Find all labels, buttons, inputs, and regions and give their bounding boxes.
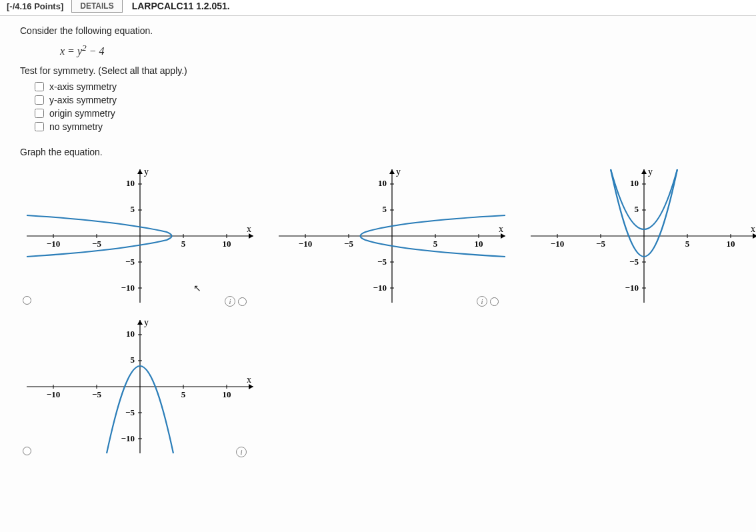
option-label: y-axis symmetry xyxy=(49,95,117,105)
svg-text:−10: −10 xyxy=(373,283,387,293)
graph-option-c: −10 −5 5 10 10 5 −5 −10 y x xyxy=(524,163,756,309)
svg-text:−10: −10 xyxy=(121,283,135,293)
option-origin[interactable]: origin symmetry xyxy=(35,108,756,119)
svg-text:−5: −5 xyxy=(377,257,387,267)
svg-text:10: 10 xyxy=(630,178,639,188)
svg-text:5: 5 xyxy=(685,239,690,249)
equation: x = y2 − 4 xyxy=(60,43,756,57)
svg-marker-69 xyxy=(137,320,143,325)
svg-text:5: 5 xyxy=(433,239,438,249)
instruction-text: Test for symmetry. (Select all that appl… xyxy=(20,65,756,76)
svg-text:5: 5 xyxy=(635,204,639,214)
option-label: no symmetry xyxy=(49,121,103,132)
svg-text:−10: −10 xyxy=(47,389,60,399)
svg-text:−5: −5 xyxy=(125,257,135,267)
checkbox-x-axis[interactable] xyxy=(35,82,44,91)
svg-marker-47 xyxy=(641,169,647,174)
svg-text:x: x xyxy=(247,224,251,234)
svg-text:−5: −5 xyxy=(92,389,101,399)
svg-text:10: 10 xyxy=(378,178,387,188)
svg-text:−10: −10 xyxy=(551,239,564,249)
question-header: [-/4.16 Points] DETAILS LARPCALC11 1.2.0… xyxy=(0,0,756,16)
svg-text:y: y xyxy=(396,167,401,177)
graph-option-a: −10 −5 5 10 10 5 −5 −10 y x i xyxy=(20,163,260,309)
svg-marker-25 xyxy=(389,169,395,174)
graph-prompt: Graph the equation. xyxy=(20,147,756,157)
svg-marker-24 xyxy=(501,233,505,239)
graph-option-b: −10 −5 5 10 10 5 −5 −10 y x i xyxy=(272,163,512,309)
svg-text:y: y xyxy=(144,317,149,327)
eq-rhs-tail: − 4 xyxy=(87,45,105,57)
info-icon[interactable]: i xyxy=(236,447,247,457)
svg-text:−5: −5 xyxy=(629,257,639,267)
svg-text:10: 10 xyxy=(475,239,483,249)
radio-graph-a[interactable] xyxy=(23,296,31,305)
svg-text:10: 10 xyxy=(223,239,231,249)
details-button[interactable]: DETAILS xyxy=(71,0,122,13)
question-content: Consider the following equation. x = y2 … xyxy=(0,16,756,460)
option-no-symmetry[interactable]: no symmetry xyxy=(35,121,756,132)
svg-text:−5: −5 xyxy=(92,239,101,249)
info-icon[interactable]: i xyxy=(225,296,235,307)
eq-rhs-base: y xyxy=(77,45,82,57)
svg-text:y: y xyxy=(648,167,653,177)
svg-marker-68 xyxy=(249,384,253,389)
svg-marker-3 xyxy=(137,169,143,174)
option-label: origin symmetry xyxy=(49,108,115,119)
svg-text:5: 5 xyxy=(181,239,186,249)
svg-text:10: 10 xyxy=(126,329,135,339)
graph-row-2: −10 −5 5 10 10 5 −5 −10 y x i xyxy=(20,313,756,460)
svg-text:−5: −5 xyxy=(344,239,353,249)
option-x-axis[interactable]: x-axis symmetry xyxy=(35,81,756,92)
svg-text:x: x xyxy=(499,224,503,234)
info-area-b: i xyxy=(477,296,499,307)
checkbox-origin[interactable] xyxy=(35,109,44,118)
svg-text:−10: −10 xyxy=(299,239,312,249)
svg-text:−10: −10 xyxy=(47,239,60,249)
svg-text:y: y xyxy=(144,167,149,177)
graph-row-1: −10 −5 5 10 10 5 −5 −10 y x i xyxy=(20,163,756,309)
checkbox-no-symmetry[interactable] xyxy=(35,122,44,131)
eq-rhs-exp: 2 xyxy=(82,43,87,53)
points-label: [-/4.16 Points] xyxy=(7,1,71,11)
radio-graph-b-alt[interactable] xyxy=(490,297,499,306)
radio-graph-a-alt[interactable] xyxy=(238,297,247,306)
info-area-a: i xyxy=(225,296,247,307)
svg-text:−5: −5 xyxy=(125,407,135,417)
svg-text:−5: −5 xyxy=(596,239,605,249)
prompt-text: Consider the following equation. xyxy=(20,25,756,36)
svg-marker-46 xyxy=(753,233,756,239)
svg-marker-2 xyxy=(249,233,253,239)
svg-text:5: 5 xyxy=(383,204,387,214)
graph-d-svg: −10 −5 5 10 10 5 −5 −10 y x xyxy=(20,313,260,460)
svg-text:5: 5 xyxy=(131,204,135,214)
svg-text:10: 10 xyxy=(223,389,231,399)
svg-text:−10: −10 xyxy=(121,433,135,443)
radio-graph-d[interactable] xyxy=(23,447,31,455)
symmetry-options: x-axis symmetry y-axis symmetry origin s… xyxy=(35,81,756,132)
graph-a-svg: −10 −5 5 10 10 5 −5 −10 y x xyxy=(20,163,260,309)
checkbox-y-axis[interactable] xyxy=(35,95,44,105)
info-icon[interactable]: i xyxy=(477,296,487,307)
option-label: x-axis symmetry xyxy=(49,81,117,92)
svg-text:−10: −10 xyxy=(625,283,639,293)
question-reference: LARPCALC11 1.2.051. xyxy=(132,1,230,11)
info-area-d: i xyxy=(236,447,247,457)
graph-option-d: −10 −5 5 10 10 5 −5 −10 y x i xyxy=(20,313,260,460)
svg-text:x: x xyxy=(751,224,755,234)
svg-text:10: 10 xyxy=(727,239,735,249)
svg-text:5: 5 xyxy=(131,355,135,365)
graph-c-svg: −10 −5 5 10 10 5 −5 −10 y x xyxy=(524,163,756,309)
svg-text:5: 5 xyxy=(181,389,186,399)
eq-eq: = xyxy=(65,45,77,57)
svg-text:10: 10 xyxy=(126,178,135,188)
option-y-axis[interactable]: y-axis symmetry xyxy=(35,95,756,105)
svg-text:x: x xyxy=(247,375,251,385)
graph-b-svg: −10 −5 5 10 10 5 −5 −10 y x xyxy=(272,163,512,309)
